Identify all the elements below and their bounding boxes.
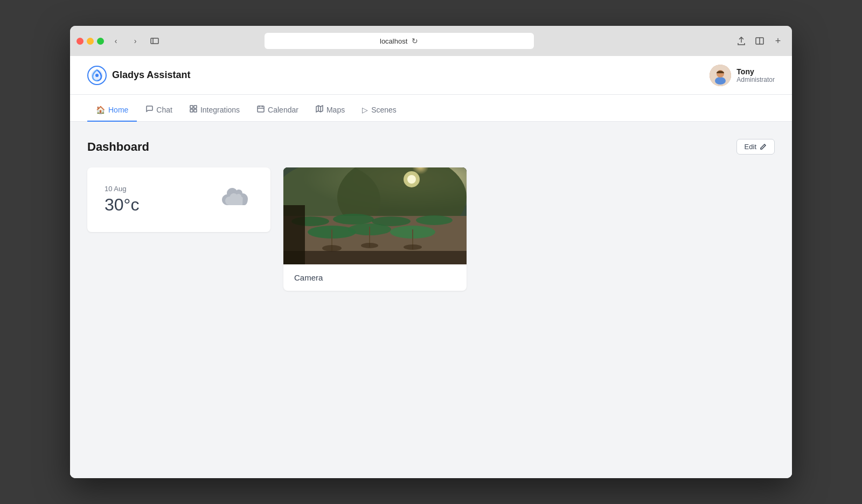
user-info: Tony Administrator [736,67,775,83]
url-text: localhost [380,37,407,45]
sidebar-toggle-button[interactable] [147,33,162,48]
logo-icon [87,66,107,85]
logo-area: Gladys Assistant [87,66,190,85]
app-content: Gladys Assistant Tony [70,56,792,478]
home-icon: 🏠 [96,106,105,114]
svg-rect-14 [258,106,264,112]
add-tab-split-button[interactable] [752,33,767,48]
svg-point-33 [333,214,374,225]
browser-chrome: ‹ › localhost ↻ + [70,26,792,56]
svg-rect-0 [151,38,158,44]
forward-button[interactable]: › [128,33,143,48]
scenes-icon: ▷ [362,106,368,114]
nav-label-calendar: Calendar [268,106,298,114]
avatar [710,65,731,86]
nav-label-maps: Maps [326,106,345,114]
integrations-icon [190,105,197,114]
traffic-light-green[interactable] [97,38,104,45]
nav-item-integrations[interactable]: Integrations [181,99,248,122]
refresh-button[interactable]: ↻ [412,37,418,45]
weather-date: 10 Aug [105,185,139,193]
user-name: Tony [736,67,775,76]
edit-icon [760,143,767,150]
weather-info: 10 Aug 30°c [105,185,139,215]
svg-point-34 [372,216,411,226]
nav-label-scenes: Scenes [371,106,397,114]
browser-actions: + [734,33,785,48]
nav-label-chat: Chat [156,106,172,114]
svg-point-37 [361,243,378,248]
svg-point-6 [95,74,99,77]
app-nav: 🏠 Home Chat [70,95,792,122]
cloud-icon [219,185,253,215]
svg-rect-39 [283,251,467,264]
camera-card: Camera [283,167,467,291]
svg-rect-13 [194,109,197,112]
calendar-icon [257,105,265,114]
new-tab-button[interactable]: + [770,33,785,48]
traffic-light-yellow[interactable] [87,38,94,45]
edit-button[interactable]: Edit [736,139,775,155]
maps-icon [316,105,323,114]
weather-temperature: 30°c [105,195,139,215]
svg-point-8 [715,77,726,85]
user-role: Administrator [736,76,775,83]
svg-rect-10 [190,106,193,108]
dashboard-title: Dashboard [87,140,149,154]
nav-label-integrations: Integrations [200,106,240,114]
app-header: Gladys Assistant Tony [70,56,792,95]
svg-point-42 [407,175,416,184]
dashboard-grid: 10 Aug 30°c [87,167,775,291]
nav-item-home[interactable]: 🏠 Home [87,99,137,122]
nav-label-home: Home [108,106,128,114]
nav-item-calendar[interactable]: Calendar [248,99,307,122]
back-button[interactable]: ‹ [108,33,123,48]
nav-item-maps[interactable]: Maps [307,99,353,122]
main-content: Dashboard Edit 10 Aug 30°c [70,122,792,478]
camera-image [283,167,467,264]
svg-rect-11 [194,106,197,108]
browser-window: ‹ › localhost ↻ + [70,26,792,478]
svg-point-35 [416,215,453,225]
svg-rect-40 [283,205,305,264]
logo-text: Gladys Assistant [112,69,190,81]
weather-card: 10 Aug 30°c [87,167,270,232]
traffic-light-red[interactable] [77,38,84,45]
svg-point-38 [404,244,422,250]
nav-item-chat[interactable]: Chat [137,99,181,122]
address-bar[interactable]: localhost ↻ [265,33,534,49]
nav-item-scenes[interactable]: ▷ Scenes [353,99,405,122]
camera-label: Camera [283,264,467,291]
traffic-lights [77,38,104,45]
svg-rect-12 [190,109,193,112]
share-button[interactable] [734,33,749,48]
user-area[interactable]: Tony Administrator [710,65,775,86]
edit-label: Edit [745,143,756,151]
svg-point-36 [322,245,342,251]
chat-icon [145,105,153,114]
dashboard-header: Dashboard Edit [87,139,775,155]
